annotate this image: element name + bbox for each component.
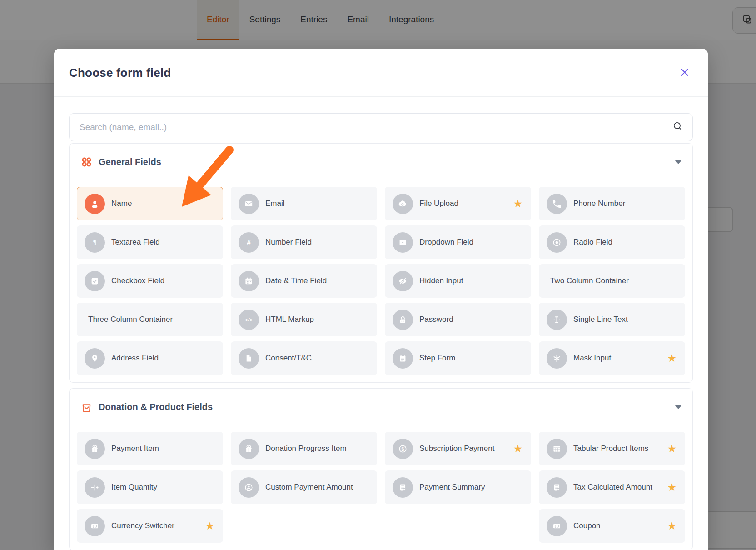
field-card-hidden-input[interactable]: Hidden Input — [385, 264, 531, 298]
gift-icon — [239, 439, 259, 459]
field-card-currency-switcher[interactable]: Currency Switcher ★ — [77, 509, 223, 543]
field-card-consent-t-c[interactable]: Consent/T&C — [231, 341, 377, 375]
search-icon[interactable] — [672, 121, 683, 134]
invoice-icon — [393, 477, 413, 498]
clipboard-icon — [393, 348, 413, 369]
field-card-address-field[interactable]: Address Field — [77, 341, 223, 375]
field-card-dropdown-field[interactable]: Dropdown Field — [385, 225, 531, 259]
hash-icon: # — [239, 232, 259, 253]
modal-header: Choose form field — [54, 49, 708, 97]
cloud-upload-icon — [393, 194, 413, 214]
field-card-phone-number[interactable]: Phone Number — [539, 187, 685, 220]
asterisk-icon — [547, 348, 567, 369]
field-card-payment-summary[interactable]: Payment Summary — [385, 470, 531, 504]
code-icon: </> — [239, 310, 259, 330]
field-grid: Payment Item Donation Progress Item $ Su… — [70, 425, 692, 550]
search-bar — [69, 113, 693, 141]
field-card-single-line-text[interactable]: Single Line Text — [539, 303, 685, 336]
invoice-icon — [547, 477, 567, 498]
section-title: General Fields — [99, 157, 161, 167]
dollar-circle-icon: $ — [393, 439, 413, 459]
document-icon — [239, 348, 259, 369]
section-header[interactable]: General Fields — [70, 144, 692, 180]
table-icon — [547, 439, 567, 459]
svg-text:#: # — [247, 238, 251, 246]
screen: EditorSettingsEntriesEmailIntegrations C… — [0, 0, 756, 550]
field-card-coupon[interactable]: Coupon ★ — [539, 509, 685, 543]
section-general-fields: General Fields Name Email File Upload ★ … — [69, 143, 693, 383]
gift-icon — [85, 439, 105, 459]
field-grid: Name Email File Upload ★ Phone Number ¶ … — [70, 180, 692, 382]
text-cursor-icon — [547, 310, 567, 330]
modal-body: General Fields Name Email File Upload ★ … — [54, 97, 708, 550]
field-card-tabular-product-items[interactable]: Tabular Product Items ★ — [539, 432, 685, 465]
field-card-name[interactable]: Name — [77, 187, 223, 220]
envelope-icon — [239, 194, 259, 214]
pro-star-icon: ★ — [205, 521, 216, 531]
checkbox-icon — [85, 271, 105, 291]
lock-icon — [393, 310, 413, 330]
eye-off-icon — [393, 271, 413, 291]
field-card-custom-payment-amount[interactable]: Custom Payment Amount — [231, 470, 377, 504]
field-card-donation-progress-item[interactable]: Donation Progress Item — [231, 432, 377, 465]
ticket-icon — [85, 516, 105, 536]
field-card-payment-item[interactable]: Payment Item — [77, 432, 223, 465]
close-icon[interactable] — [678, 65, 691, 79]
field-sections: General Fields Name Email File Upload ★ … — [69, 143, 693, 550]
svg-text:</>: </> — [245, 318, 253, 323]
chevron-down-icon[interactable] — [675, 405, 682, 409]
pro-star-icon: ★ — [667, 353, 678, 364]
phone-icon — [547, 194, 567, 214]
pro-star-icon: ★ — [667, 444, 678, 454]
ticket-icon — [547, 516, 567, 536]
radio-icon — [547, 232, 567, 253]
section-title: Donation & Product Fields — [99, 402, 213, 412]
field-card-radio-field[interactable]: Radio Field — [539, 225, 685, 259]
field-card-date-time-field[interactable]: Date & Time Field — [231, 264, 377, 298]
field-card-two-column-container[interactable]: Two Column Container — [539, 264, 685, 298]
field-card-three-column-container[interactable]: Three Column Container — [77, 303, 223, 336]
modal-title: Choose form field — [69, 65, 171, 80]
dropdown-icon — [393, 232, 413, 253]
category-clover-icon — [80, 155, 93, 168]
field-card-mask-input[interactable]: Mask Input ★ — [539, 341, 685, 375]
field-card-html-markup[interactable]: </> HTML Markup — [231, 303, 377, 336]
pro-star-icon: ★ — [667, 521, 678, 531]
search-input[interactable] — [70, 114, 692, 141]
user-circle-icon — [239, 477, 259, 498]
chevron-down-icon[interactable] — [675, 160, 682, 164]
user-icon — [85, 194, 105, 214]
field-card-step-form[interactable]: Step Form — [385, 341, 531, 375]
pro-star-icon: ★ — [513, 444, 524, 454]
pro-star-icon: ★ — [667, 482, 678, 493]
svg-text:$: $ — [402, 446, 404, 451]
svg-text:¶: ¶ — [93, 239, 97, 246]
section-header[interactable]: Donation & Product Fields — [70, 389, 692, 425]
choose-form-field-modal: Choose form field General Fields Name Em… — [54, 49, 708, 550]
field-card-textarea-field[interactable]: ¶ Textarea Field — [77, 225, 223, 259]
shopping-bag-icon — [80, 400, 93, 413]
field-card-email[interactable]: Email — [231, 187, 377, 220]
field-card-checkbox-field[interactable]: Checkbox Field — [77, 264, 223, 298]
map-pin-icon — [85, 348, 105, 369]
pro-star-icon: ★ — [513, 199, 524, 209]
section-donation-product-fields: Donation & Product Fields Payment Item D… — [69, 388, 693, 550]
field-card-number-field[interactable]: # Number Field — [231, 225, 377, 259]
field-card-password[interactable]: Password — [385, 303, 531, 336]
field-card-subscription-payment[interactable]: $ Subscription Payment ★ — [385, 432, 531, 465]
field-card-tax-calculated-amount[interactable]: Tax Calculated Amount ★ — [539, 470, 685, 504]
calendar-icon — [239, 271, 259, 291]
field-card-item-quantity[interactable]: Item Quantity — [77, 470, 223, 504]
pilcrow-icon: ¶ — [85, 232, 105, 253]
stepper-icon — [85, 477, 105, 498]
field-card-file-upload[interactable]: File Upload ★ — [385, 187, 531, 220]
